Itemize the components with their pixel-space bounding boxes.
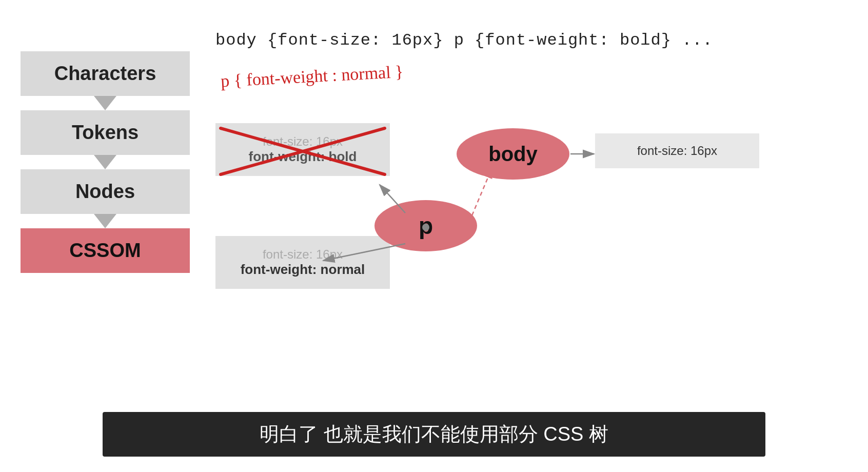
p-node-label: p [419, 212, 433, 240]
pipeline-arrow-2 [94, 155, 116, 169]
p-node-ellipse: p [374, 200, 477, 251]
pipeline-label-cssom: CSSOM [69, 240, 141, 261]
pipeline-container: Characters Tokens Nodes CSSOM [21, 51, 190, 273]
pipeline-label-characters: Characters [54, 63, 156, 84]
pipeline-arrow-3 [94, 214, 116, 228]
css-code-text: body {font-size: 16px} p {font-weight: b… [215, 31, 713, 50]
pipeline-box-nodes: Nodes [21, 169, 190, 214]
pipeline-box-tokens: Tokens [21, 110, 190, 155]
body-props-text: font-size: 16px [637, 144, 717, 158]
subtitle-text: 明白了 也就是我们不能使用部分 CSS 树 [260, 423, 608, 445]
normal-line2: font-weight: normal [225, 262, 381, 278]
body-node-label: body [488, 143, 538, 166]
normal-properties-box: font-size: 16px font-weight: normal [215, 236, 390, 289]
handwritten-override-text: p { font-weight : normal } [220, 62, 404, 91]
body-node-ellipse: body [457, 128, 569, 180]
strikethrough-line2: font-weight: bold [225, 149, 381, 165]
pipeline-box-cssom: CSSOM [21, 228, 190, 273]
diagram-area: body {font-size: 16px} p {font-weight: b… [205, 31, 846, 390]
strikethrough-line1: font-size: 16px [225, 134, 381, 149]
pipeline-label-tokens: Tokens [72, 122, 139, 143]
normal-line1: font-size: 16px [225, 247, 381, 262]
subtitle-bar: 明白了 也就是我们不能使用部分 CSS 树 [103, 412, 765, 457]
pipeline-label-nodes: Nodes [75, 181, 135, 202]
body-props-box: font-size: 16px [595, 133, 759, 168]
pipeline-box-characters: Characters [21, 51, 190, 96]
strikethrough-properties-box: font-size: 16px font-weight: bold [215, 123, 390, 176]
pipeline-arrow-1 [94, 96, 116, 110]
